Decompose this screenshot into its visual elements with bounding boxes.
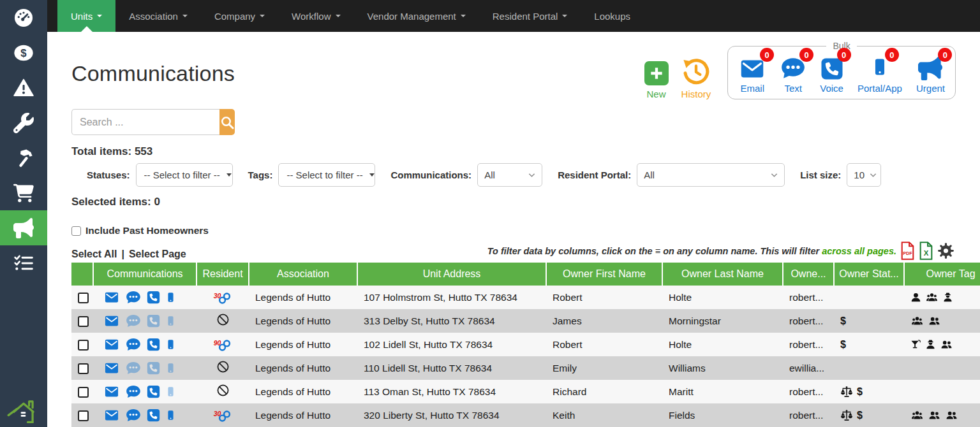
- voice-call-icon: [147, 385, 160, 398]
- portal-app-icon: [166, 337, 175, 352]
- voice-call-icon-disabled[interactable]: [147, 361, 160, 375]
- sidebar-item-alerts[interactable]: [0, 70, 47, 105]
- column-header-owner-tag[interactable]: Owner Tag: [904, 263, 980, 286]
- column-header-owner-first-name[interactable]: Owner First Name: [546, 263, 662, 286]
- nav-resident-portal[interactable]: Resident Portal: [479, 0, 581, 32]
- column-header-communications[interactable]: Communications: [93, 263, 197, 286]
- row-checkbox[interactable]: [78, 316, 89, 327]
- text-message-icon: [126, 290, 141, 305]
- ban-icon: [216, 360, 230, 373]
- caret-down-icon: [336, 15, 341, 17]
- portal-app-icon-disabled[interactable]: [166, 361, 175, 375]
- history-button[interactable]: History: [681, 59, 711, 99]
- sidebar-item-tasks[interactable]: [0, 245, 47, 280]
- email-icon[interactable]: [103, 291, 120, 304]
- user-tag-icon: [910, 292, 921, 303]
- filter-resident_portal-select[interactable]: All: [637, 163, 785, 187]
- row-checkbox[interactable]: [78, 410, 89, 421]
- sidebar-item-maintenance[interactable]: [0, 105, 47, 140]
- nav-lookups[interactable]: Lookups: [581, 0, 644, 32]
- total-items-value: 553: [135, 145, 152, 157]
- portal-app-icon: [166, 384, 175, 399]
- text-message-icon[interactable]: [126, 384, 141, 399]
- export-pdf-button[interactable]: [900, 242, 915, 260]
- column-header-owner-stat[interactable]: Owner Stat...: [834, 263, 904, 286]
- filter-resident_portal-label: Resident Portal:: [558, 170, 631, 180]
- column-header-resident[interactable]: Resident: [197, 263, 249, 286]
- voice-call-icon[interactable]: [147, 409, 160, 422]
- email-icon[interactable]: [103, 314, 120, 328]
- caret-down-icon: [461, 15, 466, 17]
- nav-association[interactable]: Association: [115, 0, 201, 32]
- column-header-unit-address[interactable]: Unit Address: [357, 263, 546, 286]
- portal-app-icon[interactable]: [166, 337, 175, 352]
- nav-workflow[interactable]: Workflow: [278, 0, 353, 32]
- table-settings-button[interactable]: [937, 242, 954, 259]
- sidebar-item-financials[interactable]: [0, 35, 47, 70]
- voice-call-icon[interactable]: [147, 338, 160, 351]
- excel-file-icon: [919, 242, 933, 260]
- email-icon: [103, 361, 120, 375]
- nav-vendor-management[interactable]: Vendor Management: [354, 0, 479, 32]
- row-checkbox[interactable]: [78, 293, 89, 303]
- dollar-status-icon: $: [840, 315, 846, 327]
- filter-tags: Tags:-- Select to filter --: [248, 163, 376, 187]
- portal-app-icon[interactable]: [166, 408, 175, 423]
- nav-units[interactable]: Units: [57, 0, 115, 32]
- email-icon[interactable]: [103, 409, 120, 422]
- top-nav-bar: UnitsAssociationCompanyWorkflowVendor Ma…: [47, 0, 980, 32]
- filter-list_size-select[interactable]: 10: [847, 163, 881, 187]
- portal-app-icon[interactable]: [166, 290, 175, 305]
- email-icon: [103, 409, 120, 422]
- sidebar-item-purchasing[interactable]: [0, 175, 47, 210]
- include-past-homeowners-checkbox[interactable]: [71, 226, 81, 236]
- bulk-text-button[interactable]: 0Text: [780, 54, 806, 94]
- text-message-icon-disabled[interactable]: [126, 314, 141, 328]
- filter-resident_portal: Resident Portal:All: [558, 163, 785, 187]
- search-button[interactable]: [219, 109, 235, 135]
- search-input[interactable]: [71, 109, 219, 135]
- sidebar-item-communications[interactable]: [0, 210, 47, 245]
- cell-resident: 90: [197, 333, 249, 356]
- sidebar-item-projects[interactable]: [0, 140, 47, 175]
- text-message-icon[interactable]: [126, 408, 141, 423]
- column-header-owner-last-name[interactable]: Owner Last Name: [662, 263, 783, 286]
- text-message-icon[interactable]: [126, 290, 141, 305]
- bulk-email-button[interactable]: 0Email: [738, 54, 766, 94]
- email-icon[interactable]: [103, 338, 120, 351]
- export-excel-button[interactable]: [919, 242, 933, 260]
- bulk-urgent-button[interactable]: 0Urgent: [916, 54, 945, 94]
- email-icon[interactable]: [103, 385, 120, 398]
- filter-tags-dropdown[interactable]: -- Select to filter --: [278, 163, 375, 187]
- column-header-owne[interactable]: Owne...: [783, 263, 834, 286]
- portal-app-icon-disabled[interactable]: [166, 314, 175, 328]
- nav-company[interactable]: Company: [201, 0, 278, 32]
- voice-call-icon-disabled[interactable]: [147, 314, 160, 328]
- filter-communications-select[interactable]: All: [477, 163, 542, 187]
- cell-owner-first-name: Keith: [546, 403, 662, 427]
- voice-call-icon[interactable]: [147, 385, 160, 398]
- row-checkbox[interactable]: [78, 363, 89, 374]
- column-header-checkbox[interactable]: [71, 263, 93, 286]
- cell-owner-first-name: Robert: [546, 286, 662, 309]
- row-checkbox[interactable]: [78, 387, 89, 398]
- text-message-icon-disabled[interactable]: [126, 361, 141, 375]
- badge-count: 0: [760, 48, 774, 62]
- column-header-association[interactable]: Association: [249, 263, 357, 286]
- row-checkbox[interactable]: [78, 340, 89, 351]
- bulk-portal-app-icon-wrap: 0: [868, 54, 891, 80]
- portal-app-icon-disabled[interactable]: [166, 384, 175, 399]
- select-page-link[interactable]: Select Page: [129, 249, 186, 260]
- bulk-voice-button[interactable]: 0Voice: [820, 54, 843, 94]
- filter-statuses-dropdown[interactable]: -- Select to filter --: [136, 163, 233, 187]
- voice-call-icon[interactable]: [147, 291, 160, 304]
- resident-link-days: 30: [214, 292, 221, 300]
- new-button[interactable]: New: [644, 61, 669, 99]
- bulk-voice-label: Voice: [820, 83, 843, 94]
- sidebar-item-dashboard[interactable]: [0, 0, 47, 35]
- bulk-portal-app-button[interactable]: 0Portal/App: [858, 54, 902, 94]
- select-all-link[interactable]: Select All: [71, 249, 117, 260]
- email-icon[interactable]: [103, 361, 120, 375]
- nav-label: Association: [129, 11, 178, 22]
- text-message-icon[interactable]: [126, 337, 141, 352]
